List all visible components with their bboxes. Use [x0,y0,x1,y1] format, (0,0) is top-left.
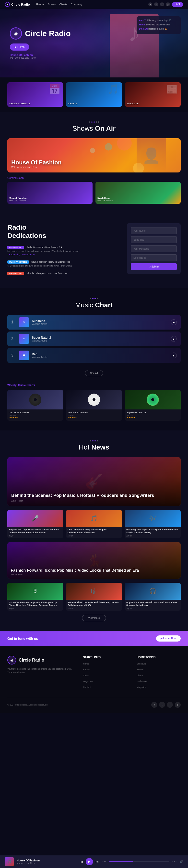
news-card-6[interactable]: 🎧 Pop Music's New Sound Trends and Innov… [125,583,181,611]
hero-chat-panel: Alex T: This song is amazing! 🎵 Maria: L… [137,17,181,34]
weekly-card-3[interactable]: Top Week Chart 05 Jul - 02 ★★★★★ [125,390,181,421]
show-card-2-title: Rush Hour [98,197,113,199]
weekly-charts-label: Weekly Music Charts [7,383,181,386]
weekly-card-3-img [125,390,181,409]
magazine-icon: 📰 [166,84,178,95]
nav-logo[interactable]: ◉ Circle Radio [5,2,30,7]
footer-brand: ◉ Circle Radio Your favorite online radi… [7,656,73,690]
news-card-4-date: July 04 [9,608,62,609]
live-button[interactable]: LIVE [172,2,183,7]
weekly-card-1[interactable]: Top Week Chart 07 Jul - 04 ★★★★★ [7,390,63,421]
nav-link-events[interactable]: Events [36,3,45,6]
main-news-card[interactable]: 🎸 Behind the Scenes: Pop Music's Hottest… [7,457,181,506]
feature-cards: 📅 SHOWS SCHEDULE 🎵 CHARTS 📰 MAGAZINE [0,78,188,112]
show-card-2-info: Rush Hour Mon - Fri 5:00 PM [98,197,113,202]
form-name-input[interactable] [131,227,177,234]
feature-card-charts-bg: 🎵 CHARTS [66,82,122,107]
footer-link-shows[interactable]: Shows [83,669,89,671]
youtube-icon[interactable]: y [166,2,170,6]
ndot-3 [95,440,96,441]
medium-news-card[interactable]: 💃 Fashion Forward: Iconic Pop Music Vide… [7,542,181,579]
feature-card-magazine[interactable]: 📰 MAGAZINE [125,82,181,107]
footer-instagram-icon[interactable]: i [167,702,173,708]
chart-play-1[interactable]: ▶ [171,319,177,325]
weekly-card-2[interactable]: Top Week Chart 06 Jul - 03 ★★★★☆ [66,390,122,421]
radio-dedications-section: RadioDedications REQUESTING Andie Gorper… [0,214,188,288]
cdot-2 [92,298,93,299]
twitter-icon[interactable]: t [154,2,158,6]
chat-text-2: Love this show so much! [146,24,170,26]
dedications-title: RadioDedications [7,223,119,240]
footer-topic-events[interactable]: Events [137,669,144,671]
news-card-2-img: 🎵 [66,510,122,527]
news-card-5-date: July 04 [68,608,120,609]
news-card-3-img: 🎶 [125,510,181,527]
footer-topic-magazine[interactable]: Magazine [137,686,146,688]
news-card-2-date: July 04 [68,535,120,537]
feature-card-charts[interactable]: 🎵 CHARTS [66,82,122,107]
footer-topic-djs[interactable]: Radio DJ's [137,680,147,683]
footer-copyright: © 2024 Circle Radio. All Rights Reserved… [7,704,48,706]
form-message-input[interactable] [131,245,177,252]
featured-show-person: 👤 [137,138,166,173]
news-card-3-title: Breaking: Top Pop Stars Surprise Album R… [126,528,179,534]
nav-link-company[interactable]: Company [71,3,82,6]
footer-link-contact[interactable]: Contact [83,686,90,688]
view-more-button[interactable]: View More [82,615,106,621]
chat-message-1: Alex T: This song is amazing! 🎵 [139,19,178,22]
news-card-5[interactable]: 🎼 Fan Favorites: The Most Anticipated Po… [66,583,122,611]
dedication-item-2: MusicProducer SoundProducer · BeatBop Di… [7,259,119,268]
nav-link-charts[interactable]: Charts [59,3,67,6]
chart-item-3[interactable]: 3 ❤ Red Various Artists ▶ [7,348,181,363]
footer-link-magazine[interactable]: Magazine [83,680,92,683]
instagram-icon[interactable]: i [160,2,164,6]
show-card-2[interactable]: Rush Hour Mon - Fri 5:00 PM [96,182,181,204]
footer-youtube-icon[interactable]: y [175,702,181,708]
news-card-3[interactable]: 🎶 Breaking: Top Pop Stars Surprise Album… [125,510,181,538]
hero-now-playing: House Of Fashion with Veronica and Rene [10,54,71,59]
news-row-1: 🎤 Rhythm of K-Pop: How Korean Music Cont… [7,510,181,538]
medium-news-date: July 04, 2024 [11,573,177,575]
news-card-4[interactable]: 🎙 Exclusive Interview: Pop Sensation Ope… [7,583,63,611]
form-to-input[interactable] [131,254,177,261]
dot-2 [91,121,92,123]
weekly-chart-title-1: Top Week Chart 07 [9,411,61,414]
facebook-icon[interactable]: f [149,2,152,6]
show-card-1[interactable]: Sound Solution Mon - Fri 10:00 AM [7,182,92,204]
form-submit-button[interactable]: ♡ Submit [131,264,177,270]
footer-twitter-icon[interactable]: t [159,702,165,708]
weekly-chart-sub-2: Jul - 03 [68,414,120,416]
chart-artist-3: Various Artists [32,356,168,359]
footer-link-charts[interactable]: Charts [83,674,89,677]
featured-show-card[interactable]: 👤 House Of Fashion With Veronica and Ren… [7,138,181,173]
weekly-chart-stars-1: ★★★★★ [9,416,61,419]
chart-play-3[interactable]: ▶ [171,352,177,359]
footer-facebook-icon[interactable]: f [151,702,157,708]
chart-play-2[interactable]: ▶ [171,336,177,342]
news-card-3-date: July 04 [126,535,179,537]
footer-topic-schedule[interactable]: Schedule [137,662,146,665]
cta-banner: Get in tune with us ▶ Listen Now [0,631,188,646]
main-news-title: Behind the Scenes: Pop Music's Hottest P… [11,493,177,498]
news-card-2[interactable]: 🎵 Chart-Toppers Giving Music's Biggest C… [66,510,122,538]
weekly-card-3-info: Top Week Chart 05 Jul - 02 ★★★★★ [125,409,181,421]
chart-item-1[interactable]: 1 ☀ Sunshine Various Artists ▶ [7,315,181,330]
see-all-button[interactable]: See All [85,370,103,376]
footer-topic-charts[interactable]: Charts [137,674,143,677]
chart-title-plain: Music [75,301,93,309]
news-card-1[interactable]: 🎤 Rhythm of K-Pop: How Korean Music Cont… [7,510,63,538]
featured-show-title: House Of Fashion [11,159,61,166]
weekly-charts-container: Weekly Music Charts Top Week Chart 07 Ju… [7,383,181,421]
nav-link-shows[interactable]: Shows [48,3,56,6]
chart-section-title: Music Chart [7,301,181,309]
feature-card-schedule[interactable]: 📅 SHOWS SCHEDULE [7,82,63,107]
cta-listen-button[interactable]: ▶ Listen Now [156,636,181,642]
footer-link-home[interactable]: Home [83,662,89,665]
dedication-song-1: ♪ Requesting · November 14 [7,253,119,256]
form-song-input[interactable] [131,236,177,243]
coming-soon-label: Coming Soon [7,176,181,179]
hero-logo: ◉ Circle Radio [10,27,71,39]
hero-play-button[interactable]: ▶ Listen [10,43,29,51]
weekly-label-plain: Weekly [7,383,17,386]
chart-item-2[interactable]: 2 ✦ Super Natural Various Artists ▶ [7,332,181,346]
